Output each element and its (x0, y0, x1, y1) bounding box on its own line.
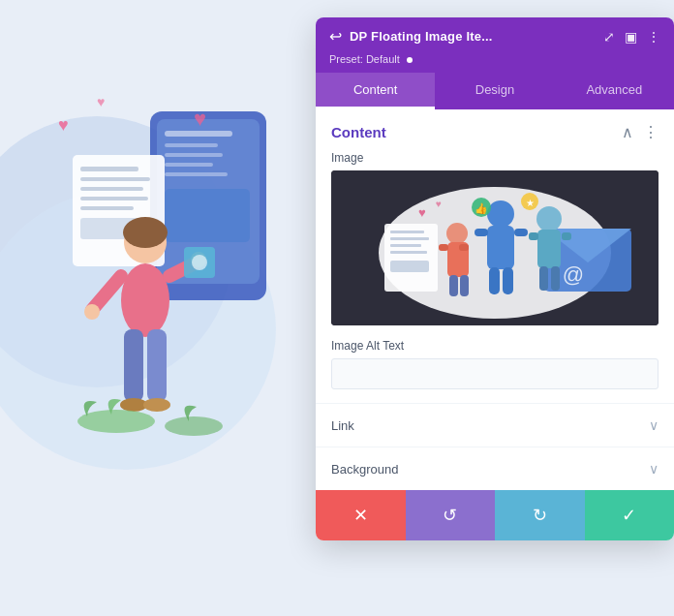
svg-point-25 (120, 398, 147, 412)
panel-tabs: Content Design Advanced (316, 73, 674, 109)
tab-content[interactable]: Content (316, 73, 435, 109)
svg-rect-47 (439, 244, 448, 251)
svg-point-39 (487, 200, 514, 228)
svg-text:★: ★ (526, 198, 535, 208)
image-alt-text-field-group: Image Alt Text (316, 339, 674, 403)
panel-title: DP Floating Image Ite... (350, 29, 493, 44)
svg-point-45 (446, 223, 468, 244)
panel-title-left: ↩ DP Floating Image Ite... (329, 27, 493, 46)
link-label: Link (331, 418, 354, 433)
svg-rect-63 (390, 237, 429, 240)
background-chevron-icon: ∨ (649, 461, 659, 477)
svg-point-33 (165, 416, 223, 436)
background-accordion[interactable]: Background ∨ (316, 447, 674, 490)
preset-label: Preset: Default (329, 53, 400, 65)
image-alt-text-label: Image Alt Text (331, 339, 659, 353)
panel-title-icons: ⤢ ▣ ⋮ (603, 29, 660, 45)
svg-rect-41 (475, 229, 488, 236)
svg-rect-48 (459, 244, 469, 251)
svg-rect-66 (390, 261, 429, 272)
panel-header: ↩ DP Floating Image Ite... ⤢ ▣ ⋮ Preset:… (316, 17, 674, 73)
svg-rect-10 (80, 167, 138, 171)
svg-text:♥: ♥ (418, 205, 426, 220)
image-field-group: Image @ (316, 151, 674, 339)
link-accordion[interactable]: Link ∨ (316, 403, 674, 447)
svg-rect-65 (390, 251, 427, 254)
link-chevron-icon: ∨ (649, 417, 659, 433)
svg-rect-24 (147, 329, 167, 402)
svg-rect-49 (449, 275, 458, 296)
svg-rect-53 (529, 232, 538, 240)
svg-rect-55 (539, 266, 548, 291)
svg-rect-56 (551, 266, 560, 291)
content-section-title: Content (331, 124, 386, 140)
collapse-icon[interactable]: ∧ (622, 123, 633, 141)
background-svg: ♥ ♥ ♥ (0, 0, 300, 616)
svg-rect-7 (165, 172, 228, 176)
sidebar-icon[interactable]: ▣ (625, 29, 637, 45)
svg-rect-11 (80, 177, 150, 181)
svg-rect-4 (165, 143, 218, 147)
svg-point-28 (192, 255, 207, 270)
image-preview[interactable]: @ (331, 170, 659, 325)
save-button[interactable]: ✓ (585, 490, 675, 540)
svg-point-51 (536, 206, 562, 231)
tab-advanced[interactable]: Advanced (555, 73, 674, 109)
section-more-icon[interactable]: ⋮ (643, 123, 659, 141)
background-illustration: ♥ ♥ ♥ (0, 0, 300, 616)
background-label: Background (331, 462, 398, 477)
content-section-header: Content ∧ ⋮ (316, 109, 674, 151)
svg-text:♥: ♥ (436, 199, 442, 209)
svg-rect-13 (80, 197, 148, 200)
svg-rect-12 (80, 187, 143, 191)
svg-rect-44 (503, 267, 513, 294)
settings-panel: ↩ DP Floating Image Ite... ⤢ ▣ ⋮ Preset:… (316, 17, 674, 540)
preview-svg: @ (331, 170, 659, 325)
svg-rect-61 (384, 224, 438, 292)
maximize-icon[interactable]: ⤢ (603, 29, 615, 45)
panel-toolbar: ✕ ↺ ↻ ✓ (316, 490, 674, 540)
reset-button[interactable]: ↺ (406, 490, 496, 540)
svg-point-21 (84, 304, 100, 320)
more-options-icon[interactable]: ⋮ (647, 29, 660, 45)
panel-body: Content ∧ ⋮ Image @ (316, 109, 674, 490)
svg-rect-23 (124, 329, 143, 402)
svg-rect-5 (165, 153, 223, 157)
svg-text:@: @ (563, 262, 584, 287)
back-icon[interactable]: ↩ (329, 27, 342, 46)
svg-rect-64 (390, 244, 421, 247)
svg-rect-3 (165, 131, 232, 137)
svg-rect-52 (537, 230, 561, 268)
panel-title-row: ↩ DP Floating Image Ite... ⤢ ▣ ⋮ (329, 27, 660, 53)
svg-text:👍: 👍 (475, 201, 488, 215)
preset-row: Preset: Default (329, 53, 660, 73)
preset-dot-indicator (407, 57, 413, 63)
svg-point-17 (123, 217, 168, 248)
cancel-button[interactable]: ✕ (316, 490, 406, 540)
svg-point-26 (143, 398, 170, 412)
svg-rect-6 (165, 163, 213, 167)
svg-rect-40 (487, 226, 514, 269)
svg-text:♥: ♥ (194, 107, 206, 131)
svg-text:♥: ♥ (97, 94, 105, 109)
svg-rect-50 (460, 275, 469, 296)
svg-rect-14 (80, 206, 134, 210)
image-label: Image (331, 151, 659, 165)
svg-rect-43 (489, 267, 500, 294)
svg-point-32 (77, 410, 155, 433)
tab-design[interactable]: Design (435, 73, 554, 109)
image-alt-text-input[interactable] (331, 358, 659, 389)
svg-rect-8 (165, 189, 250, 242)
svg-point-18 (121, 263, 169, 337)
section-header-actions: ∧ ⋮ (622, 123, 659, 141)
svg-rect-54 (562, 232, 571, 240)
svg-rect-42 (514, 229, 528, 236)
redo-button[interactable]: ↻ (495, 490, 585, 540)
svg-rect-62 (390, 231, 424, 233)
svg-text:♥: ♥ (58, 115, 69, 135)
